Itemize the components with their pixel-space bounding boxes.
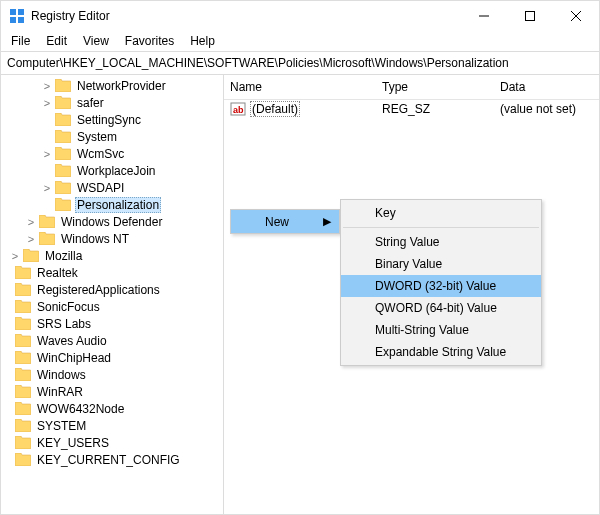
folder-icon (55, 130, 71, 143)
expand-icon[interactable]: > (41, 182, 53, 194)
svg-text:ab: ab (233, 105, 244, 115)
context-menu-new: KeyString ValueBinary ValueDWORD (32-bit… (340, 199, 542, 366)
tree-item-system[interactable]: SYSTEM (1, 417, 223, 434)
tree-item-label: WinRAR (35, 385, 85, 399)
menu-item-dword-32-bit-value[interactable]: DWORD (32-bit) Value (341, 275, 541, 297)
tree-item-label: Windows (35, 368, 88, 382)
svg-rect-5 (526, 12, 535, 21)
tree-item-label: Realtek (35, 266, 80, 280)
folder-icon (15, 317, 31, 330)
value-type: REG_SZ (376, 102, 494, 116)
expand-icon[interactable]: > (41, 97, 53, 109)
menu-edit[interactable]: Edit (38, 32, 75, 50)
folder-icon (15, 402, 31, 415)
menu-item-expandable-string-value[interactable]: Expandable String Value (341, 341, 541, 363)
svg-rect-1 (18, 9, 24, 15)
folder-icon (55, 96, 71, 109)
tree-item-srs labs[interactable]: SRS Labs (1, 315, 223, 332)
tree-item-windows[interactable]: Windows (1, 366, 223, 383)
list-body[interactable]: ab(Default)REG_SZ(value not set) New ▶ K… (224, 100, 599, 514)
tree-item-label: WOW6432Node (35, 402, 126, 416)
tree-item-label: WinChipHead (35, 351, 113, 365)
tree-item-label: Waves Audio (35, 334, 109, 348)
svg-rect-0 (10, 9, 16, 15)
tree-item-label: WcmSvc (75, 147, 126, 161)
menu-item-key[interactable]: Key (341, 202, 541, 224)
tree-item-key_current_config[interactable]: KEY_CURRENT_CONFIG (1, 451, 223, 468)
expand-icon[interactable]: > (25, 216, 37, 228)
context-new[interactable]: New ▶ (231, 210, 339, 233)
menu-view[interactable]: View (75, 32, 117, 50)
tree-item-networkprovider[interactable]: >NetworkProvider (1, 77, 223, 94)
tree-item-settingsync[interactable]: SettingSync (1, 111, 223, 128)
col-data[interactable]: Data (494, 80, 599, 94)
tree-item-winrar[interactable]: WinRAR (1, 383, 223, 400)
menu-item-binary-value[interactable]: Binary Value (341, 253, 541, 275)
list-header[interactable]: Name Type Data (224, 75, 599, 100)
registry-editor-window: Registry Editor File Edit View Favorites… (0, 0, 600, 515)
folder-icon (55, 181, 71, 194)
maximize-button[interactable] (507, 1, 553, 31)
folder-icon (55, 79, 71, 92)
tree-item-mozilla[interactable]: >Mozilla (1, 247, 223, 264)
expand-icon[interactable]: > (41, 148, 53, 160)
tree-item-label: Windows Defender (59, 215, 164, 229)
folder-icon (15, 266, 31, 279)
close-button[interactable] (553, 1, 599, 31)
tree-item-personalization[interactable]: Personalization (1, 196, 223, 213)
menu-file[interactable]: File (3, 32, 38, 50)
list-view[interactable]: Name Type Data ab(Default)REG_SZ(value n… (224, 75, 599, 514)
expand-icon[interactable]: > (41, 80, 53, 92)
tree-item-label: Windows NT (59, 232, 131, 246)
tree-item-waves audio[interactable]: Waves Audio (1, 332, 223, 349)
tree-item-sonicfocus[interactable]: SonicFocus (1, 298, 223, 315)
tree-item-windows-nt[interactable]: >Windows NT (1, 230, 223, 247)
list-row[interactable]: ab(Default)REG_SZ(value not set) (224, 100, 599, 118)
tree-item-workplacejoin[interactable]: WorkplaceJoin (1, 162, 223, 179)
col-type[interactable]: Type (376, 80, 494, 94)
expand-icon[interactable]: > (25, 233, 37, 245)
tree-item-wcmsvc[interactable]: >WcmSvc (1, 145, 223, 162)
tree-item-label: Mozilla (43, 249, 84, 263)
tree-item-label: KEY_CURRENT_CONFIG (35, 453, 182, 467)
tree-item-wsdapi[interactable]: >WSDAPI (1, 179, 223, 196)
folder-icon (39, 215, 55, 228)
address-text: Computer\HKEY_LOCAL_MACHINE\SOFTWARE\Pol… (7, 56, 509, 70)
value-data: (value not set) (494, 102, 599, 116)
tree-item-windows-defender[interactable]: >Windows Defender (1, 213, 223, 230)
menu-item-string-value[interactable]: String Value (341, 231, 541, 253)
folder-icon (15, 453, 31, 466)
menu-favorites[interactable]: Favorites (117, 32, 182, 50)
menu-separator (343, 227, 539, 228)
svg-rect-3 (18, 17, 24, 23)
folder-icon (55, 113, 71, 126)
tree-item-key_users[interactable]: KEY_USERS (1, 434, 223, 451)
expand-icon[interactable]: > (9, 250, 21, 262)
tree-item-system[interactable]: System (1, 128, 223, 145)
minimize-button[interactable] (461, 1, 507, 31)
svg-rect-2 (10, 17, 16, 23)
folder-icon (23, 249, 39, 262)
tree-view[interactable]: >NetworkProvider>saferSettingSyncSystem>… (1, 75, 224, 514)
tree-item-label: WSDAPI (75, 181, 126, 195)
tree-item-label: Personalization (75, 197, 161, 213)
tree-item-registeredapplications[interactable]: RegisteredApplications (1, 281, 223, 298)
value-name: (Default) (250, 101, 300, 117)
tree-item-label: safer (75, 96, 106, 110)
menu-item-qword-64-bit-value[interactable]: QWORD (64-bit) Value (341, 297, 541, 319)
tree-item-wow6432node[interactable]: WOW6432Node (1, 400, 223, 417)
tree-item-label: WorkplaceJoin (75, 164, 157, 178)
address-bar[interactable]: Computer\HKEY_LOCAL_MACHINE\SOFTWARE\Pol… (1, 51, 599, 75)
folder-icon (55, 164, 71, 177)
tree-item-winchiphead[interactable]: WinChipHead (1, 349, 223, 366)
menu-item-multi-string-value[interactable]: Multi-String Value (341, 319, 541, 341)
menubar: File Edit View Favorites Help (1, 31, 599, 51)
menu-help[interactable]: Help (182, 32, 223, 50)
col-name[interactable]: Name (224, 80, 376, 94)
folder-icon (15, 368, 31, 381)
tree-item-safer[interactable]: >safer (1, 94, 223, 111)
tree-item-label: System (75, 130, 119, 144)
app-icon (9, 8, 25, 24)
folder-icon (15, 385, 31, 398)
tree-item-realtek[interactable]: Realtek (1, 264, 223, 281)
